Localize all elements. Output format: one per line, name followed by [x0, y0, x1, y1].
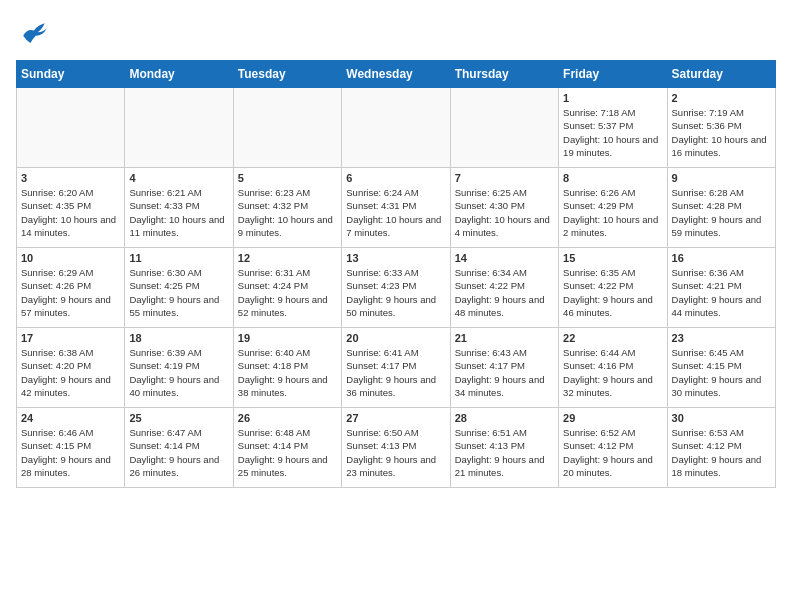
day-info: Sunrise: 6:31 AM Sunset: 4:24 PM Dayligh…: [238, 266, 337, 319]
day-info: Sunrise: 6:40 AM Sunset: 4:18 PM Dayligh…: [238, 346, 337, 399]
day-info: Sunrise: 6:41 AM Sunset: 4:17 PM Dayligh…: [346, 346, 445, 399]
day-info: Sunrise: 6:23 AM Sunset: 4:32 PM Dayligh…: [238, 186, 337, 239]
day-info: Sunrise: 6:36 AM Sunset: 4:21 PM Dayligh…: [672, 266, 771, 319]
day-number: 17: [21, 332, 120, 344]
logo-icon: [16, 16, 52, 52]
calendar-day-cell: 27Sunrise: 6:50 AM Sunset: 4:13 PM Dayli…: [342, 408, 450, 488]
day-number: 8: [563, 172, 662, 184]
day-info: Sunrise: 6:50 AM Sunset: 4:13 PM Dayligh…: [346, 426, 445, 479]
calendar-day-cell: 24Sunrise: 6:46 AM Sunset: 4:15 PM Dayli…: [17, 408, 125, 488]
calendar-day-cell: [125, 88, 233, 168]
day-info: Sunrise: 6:39 AM Sunset: 4:19 PM Dayligh…: [129, 346, 228, 399]
calendar-day-cell: 5Sunrise: 6:23 AM Sunset: 4:32 PM Daylig…: [233, 168, 341, 248]
day-number: 24: [21, 412, 120, 424]
calendar-week-row: 1Sunrise: 7:18 AM Sunset: 5:37 PM Daylig…: [17, 88, 776, 168]
page-header: [16, 16, 776, 52]
weekday-header-wednesday: Wednesday: [342, 61, 450, 88]
day-info: Sunrise: 6:43 AM Sunset: 4:17 PM Dayligh…: [455, 346, 554, 399]
day-info: Sunrise: 6:20 AM Sunset: 4:35 PM Dayligh…: [21, 186, 120, 239]
calendar-day-cell: 2Sunrise: 7:19 AM Sunset: 5:36 PM Daylig…: [667, 88, 775, 168]
calendar-day-cell: 22Sunrise: 6:44 AM Sunset: 4:16 PM Dayli…: [559, 328, 667, 408]
day-info: Sunrise: 6:26 AM Sunset: 4:29 PM Dayligh…: [563, 186, 662, 239]
calendar-week-row: 24Sunrise: 6:46 AM Sunset: 4:15 PM Dayli…: [17, 408, 776, 488]
day-info: Sunrise: 6:29 AM Sunset: 4:26 PM Dayligh…: [21, 266, 120, 319]
day-info: Sunrise: 6:46 AM Sunset: 4:15 PM Dayligh…: [21, 426, 120, 479]
calendar-week-row: 17Sunrise: 6:38 AM Sunset: 4:20 PM Dayli…: [17, 328, 776, 408]
day-number: 20: [346, 332, 445, 344]
calendar-day-cell: 25Sunrise: 6:47 AM Sunset: 4:14 PM Dayli…: [125, 408, 233, 488]
calendar-day-cell: 1Sunrise: 7:18 AM Sunset: 5:37 PM Daylig…: [559, 88, 667, 168]
day-number: 7: [455, 172, 554, 184]
calendar-day-cell: 20Sunrise: 6:41 AM Sunset: 4:17 PM Dayli…: [342, 328, 450, 408]
day-info: Sunrise: 7:19 AM Sunset: 5:36 PM Dayligh…: [672, 106, 771, 159]
day-number: 11: [129, 252, 228, 264]
calendar-day-cell: 21Sunrise: 6:43 AM Sunset: 4:17 PM Dayli…: [450, 328, 558, 408]
calendar-day-cell: [450, 88, 558, 168]
day-number: 26: [238, 412, 337, 424]
day-info: Sunrise: 6:48 AM Sunset: 4:14 PM Dayligh…: [238, 426, 337, 479]
day-info: Sunrise: 6:33 AM Sunset: 4:23 PM Dayligh…: [346, 266, 445, 319]
day-number: 25: [129, 412, 228, 424]
calendar-day-cell: 29Sunrise: 6:52 AM Sunset: 4:12 PM Dayli…: [559, 408, 667, 488]
day-number: 9: [672, 172, 771, 184]
day-number: 10: [21, 252, 120, 264]
calendar-day-cell: [342, 88, 450, 168]
day-info: Sunrise: 6:47 AM Sunset: 4:14 PM Dayligh…: [129, 426, 228, 479]
calendar-day-cell: 15Sunrise: 6:35 AM Sunset: 4:22 PM Dayli…: [559, 248, 667, 328]
day-number: 4: [129, 172, 228, 184]
calendar-day-cell: 3Sunrise: 6:20 AM Sunset: 4:35 PM Daylig…: [17, 168, 125, 248]
calendar-header-row: SundayMondayTuesdayWednesdayThursdayFrid…: [17, 61, 776, 88]
calendar-table: SundayMondayTuesdayWednesdayThursdayFrid…: [16, 60, 776, 488]
day-number: 30: [672, 412, 771, 424]
day-number: 22: [563, 332, 662, 344]
day-info: Sunrise: 6:34 AM Sunset: 4:22 PM Dayligh…: [455, 266, 554, 319]
day-info: Sunrise: 6:45 AM Sunset: 4:15 PM Dayligh…: [672, 346, 771, 399]
day-number: 16: [672, 252, 771, 264]
day-number: 29: [563, 412, 662, 424]
day-info: Sunrise: 6:44 AM Sunset: 4:16 PM Dayligh…: [563, 346, 662, 399]
day-info: Sunrise: 7:18 AM Sunset: 5:37 PM Dayligh…: [563, 106, 662, 159]
calendar-day-cell: [17, 88, 125, 168]
day-number: 13: [346, 252, 445, 264]
day-info: Sunrise: 6:21 AM Sunset: 4:33 PM Dayligh…: [129, 186, 228, 239]
calendar-week-row: 3Sunrise: 6:20 AM Sunset: 4:35 PM Daylig…: [17, 168, 776, 248]
day-number: 19: [238, 332, 337, 344]
calendar-day-cell: 4Sunrise: 6:21 AM Sunset: 4:33 PM Daylig…: [125, 168, 233, 248]
calendar-day-cell: 26Sunrise: 6:48 AM Sunset: 4:14 PM Dayli…: [233, 408, 341, 488]
day-number: 12: [238, 252, 337, 264]
day-number: 3: [21, 172, 120, 184]
day-info: Sunrise: 6:51 AM Sunset: 4:13 PM Dayligh…: [455, 426, 554, 479]
calendar-day-cell: 10Sunrise: 6:29 AM Sunset: 4:26 PM Dayli…: [17, 248, 125, 328]
day-info: Sunrise: 6:52 AM Sunset: 4:12 PM Dayligh…: [563, 426, 662, 479]
calendar-day-cell: 12Sunrise: 6:31 AM Sunset: 4:24 PM Dayli…: [233, 248, 341, 328]
calendar-day-cell: 28Sunrise: 6:51 AM Sunset: 4:13 PM Dayli…: [450, 408, 558, 488]
weekday-header-monday: Monday: [125, 61, 233, 88]
calendar-day-cell: 13Sunrise: 6:33 AM Sunset: 4:23 PM Dayli…: [342, 248, 450, 328]
day-number: 21: [455, 332, 554, 344]
day-info: Sunrise: 6:25 AM Sunset: 4:30 PM Dayligh…: [455, 186, 554, 239]
day-info: Sunrise: 6:35 AM Sunset: 4:22 PM Dayligh…: [563, 266, 662, 319]
calendar-day-cell: 16Sunrise: 6:36 AM Sunset: 4:21 PM Dayli…: [667, 248, 775, 328]
day-number: 1: [563, 92, 662, 104]
calendar-day-cell: 8Sunrise: 6:26 AM Sunset: 4:29 PM Daylig…: [559, 168, 667, 248]
calendar-day-cell: 11Sunrise: 6:30 AM Sunset: 4:25 PM Dayli…: [125, 248, 233, 328]
calendar-day-cell: 6Sunrise: 6:24 AM Sunset: 4:31 PM Daylig…: [342, 168, 450, 248]
day-number: 23: [672, 332, 771, 344]
day-info: Sunrise: 6:30 AM Sunset: 4:25 PM Dayligh…: [129, 266, 228, 319]
calendar-day-cell: 9Sunrise: 6:28 AM Sunset: 4:28 PM Daylig…: [667, 168, 775, 248]
day-number: 15: [563, 252, 662, 264]
calendar-day-cell: 19Sunrise: 6:40 AM Sunset: 4:18 PM Dayli…: [233, 328, 341, 408]
day-number: 5: [238, 172, 337, 184]
calendar-day-cell: 17Sunrise: 6:38 AM Sunset: 4:20 PM Dayli…: [17, 328, 125, 408]
day-number: 28: [455, 412, 554, 424]
calendar-day-cell: 7Sunrise: 6:25 AM Sunset: 4:30 PM Daylig…: [450, 168, 558, 248]
weekday-header-tuesday: Tuesday: [233, 61, 341, 88]
weekday-header-friday: Friday: [559, 61, 667, 88]
day-info: Sunrise: 6:53 AM Sunset: 4:12 PM Dayligh…: [672, 426, 771, 479]
day-info: Sunrise: 6:38 AM Sunset: 4:20 PM Dayligh…: [21, 346, 120, 399]
calendar-day-cell: 30Sunrise: 6:53 AM Sunset: 4:12 PM Dayli…: [667, 408, 775, 488]
calendar-day-cell: 23Sunrise: 6:45 AM Sunset: 4:15 PM Dayli…: [667, 328, 775, 408]
day-number: 18: [129, 332, 228, 344]
day-info: Sunrise: 6:28 AM Sunset: 4:28 PM Dayligh…: [672, 186, 771, 239]
calendar-week-row: 10Sunrise: 6:29 AM Sunset: 4:26 PM Dayli…: [17, 248, 776, 328]
